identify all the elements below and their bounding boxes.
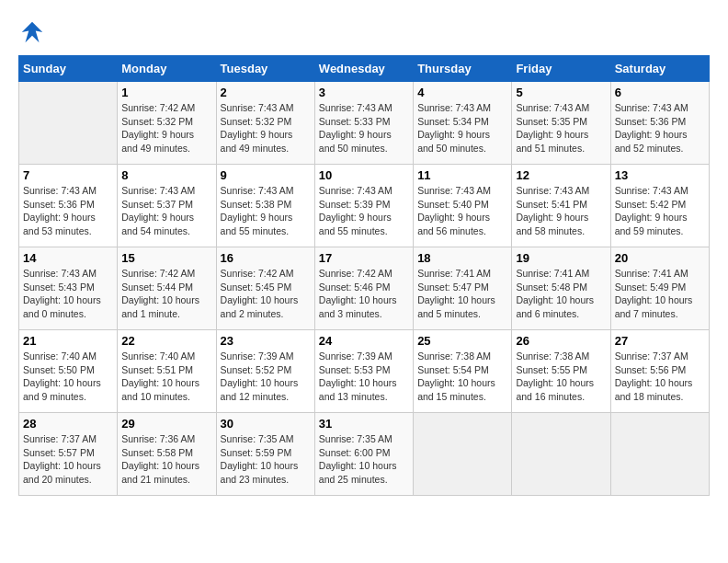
day-info: Sunrise: 7:41 AMSunset: 5:48 PMDaylight:… bbox=[516, 267, 606, 321]
day-info: Sunrise: 7:38 AMSunset: 5:54 PMDaylight:… bbox=[417, 350, 507, 404]
calendar-cell: 8Sunrise: 7:43 AMSunset: 5:37 PMDaylight… bbox=[118, 165, 216, 247]
day-number: 4 bbox=[417, 86, 507, 99]
day-number: 18 bbox=[417, 251, 507, 265]
day-info: Sunrise: 7:41 AMSunset: 5:47 PMDaylight:… bbox=[417, 267, 507, 321]
day-info: Sunrise: 7:43 AMSunset: 5:40 PMDaylight:… bbox=[417, 184, 507, 238]
calendar-cell: 15Sunrise: 7:42 AMSunset: 5:44 PMDayligh… bbox=[118, 247, 216, 330]
day-number: 5 bbox=[516, 86, 606, 99]
calendar-cell: 17Sunrise: 7:42 AMSunset: 5:46 PMDayligh… bbox=[314, 247, 413, 330]
day-number: 21 bbox=[23, 334, 113, 348]
day-info: Sunrise: 7:43 AMSunset: 5:32 PMDaylight:… bbox=[221, 101, 311, 155]
day-number: 6 bbox=[615, 86, 705, 99]
calendar-cell: 25Sunrise: 7:38 AMSunset: 5:54 PMDayligh… bbox=[414, 330, 512, 413]
calendar-cell: 14Sunrise: 7:43 AMSunset: 5:43 PMDayligh… bbox=[19, 247, 118, 330]
day-number: 14 bbox=[23, 251, 113, 265]
day-header-sunday: Sunday bbox=[19, 56, 118, 82]
week-row-1: 1Sunrise: 7:42 AMSunset: 5:32 PMDaylight… bbox=[19, 82, 710, 165]
day-info: Sunrise: 7:43 AMSunset: 5:38 PMDaylight:… bbox=[221, 184, 311, 238]
calendar-cell: 24Sunrise: 7:39 AMSunset: 5:53 PMDayligh… bbox=[314, 330, 413, 413]
header-row: SundayMondayTuesdayWednesdayThursdayFrid… bbox=[19, 56, 710, 82]
day-number: 20 bbox=[615, 251, 705, 265]
day-number: 11 bbox=[417, 168, 507, 182]
day-info: Sunrise: 7:42 AMSunset: 5:46 PMDaylight:… bbox=[319, 267, 409, 321]
day-info: Sunrise: 7:43 AMSunset: 5:35 PMDaylight:… bbox=[516, 101, 606, 155]
day-info: Sunrise: 7:43 AMSunset: 5:37 PMDaylight:… bbox=[121, 184, 211, 238]
day-info: Sunrise: 7:38 AMSunset: 5:55 PMDaylight:… bbox=[516, 350, 606, 404]
day-number: 30 bbox=[221, 417, 311, 431]
svg-marker-0 bbox=[22, 22, 43, 43]
day-number: 2 bbox=[221, 86, 311, 99]
calendar-cell: 1Sunrise: 7:42 AMSunset: 5:32 PMDaylight… bbox=[118, 82, 216, 165]
day-number: 3 bbox=[319, 86, 409, 99]
day-info: Sunrise: 7:39 AMSunset: 5:53 PMDaylight:… bbox=[319, 350, 409, 404]
calendar-cell: 10Sunrise: 7:43 AMSunset: 5:39 PMDayligh… bbox=[314, 165, 413, 247]
day-info: Sunrise: 7:43 AMSunset: 5:33 PMDaylight:… bbox=[319, 101, 409, 155]
day-info: Sunrise: 7:35 AMSunset: 5:59 PMDaylight:… bbox=[221, 432, 311, 487]
day-header-wednesday: Wednesday bbox=[314, 56, 413, 82]
calendar-cell: 20Sunrise: 7:41 AMSunset: 5:49 PMDayligh… bbox=[610, 247, 709, 330]
calendar-cell: 19Sunrise: 7:41 AMSunset: 5:48 PMDayligh… bbox=[512, 247, 610, 330]
calendar-cell: 7Sunrise: 7:43 AMSunset: 5:36 PMDaylight… bbox=[19, 165, 118, 247]
day-info: Sunrise: 7:40 AMSunset: 5:51 PMDaylight:… bbox=[121, 350, 211, 404]
week-row-4: 21Sunrise: 7:40 AMSunset: 5:50 PMDayligh… bbox=[19, 330, 710, 413]
day-info: Sunrise: 7:42 AMSunset: 5:45 PMDaylight:… bbox=[221, 267, 311, 321]
calendar-cell: 11Sunrise: 7:43 AMSunset: 5:40 PMDayligh… bbox=[414, 165, 512, 247]
calendar-cell: 31Sunrise: 7:35 AMSunset: 6:00 PMDayligh… bbox=[314, 413, 413, 496]
day-info: Sunrise: 7:43 AMSunset: 5:39 PMDaylight:… bbox=[319, 184, 409, 238]
calendar-cell: 27Sunrise: 7:37 AMSunset: 5:56 PMDayligh… bbox=[610, 330, 709, 413]
day-number: 31 bbox=[319, 417, 409, 431]
day-info: Sunrise: 7:43 AMSunset: 5:34 PMDaylight:… bbox=[417, 101, 507, 155]
week-row-2: 7Sunrise: 7:43 AMSunset: 5:36 PMDaylight… bbox=[19, 165, 710, 247]
day-info: Sunrise: 7:42 AMSunset: 5:32 PMDaylight:… bbox=[121, 101, 211, 155]
day-number: 8 bbox=[121, 168, 211, 182]
day-info: Sunrise: 7:36 AMSunset: 5:58 PMDaylight:… bbox=[121, 432, 211, 487]
calendar-cell: 21Sunrise: 7:40 AMSunset: 5:50 PMDayligh… bbox=[19, 330, 118, 413]
calendar-cell bbox=[610, 413, 709, 496]
day-info: Sunrise: 7:37 AMSunset: 5:57 PMDaylight:… bbox=[23, 432, 113, 487]
day-number: 9 bbox=[221, 168, 311, 182]
day-header-tuesday: Tuesday bbox=[216, 56, 314, 82]
day-number: 15 bbox=[121, 251, 211, 265]
day-info: Sunrise: 7:41 AMSunset: 5:49 PMDaylight:… bbox=[615, 267, 705, 321]
day-header-friday: Friday bbox=[512, 56, 610, 82]
logo-bird-icon bbox=[18, 18, 46, 46]
calendar-cell: 5Sunrise: 7:43 AMSunset: 5:35 PMDaylight… bbox=[512, 82, 610, 165]
day-header-monday: Monday bbox=[118, 56, 216, 82]
day-number: 27 bbox=[615, 334, 705, 348]
calendar-cell: 26Sunrise: 7:38 AMSunset: 5:55 PMDayligh… bbox=[512, 330, 610, 413]
day-number: 1 bbox=[121, 86, 211, 99]
day-number: 13 bbox=[615, 168, 705, 182]
calendar-cell: 4Sunrise: 7:43 AMSunset: 5:34 PMDaylight… bbox=[414, 82, 512, 165]
day-header-thursday: Thursday bbox=[414, 56, 512, 82]
day-number: 24 bbox=[319, 334, 409, 348]
calendar-cell: 29Sunrise: 7:36 AMSunset: 5:58 PMDayligh… bbox=[118, 413, 216, 496]
day-info: Sunrise: 7:42 AMSunset: 5:44 PMDaylight:… bbox=[121, 267, 211, 321]
calendar-cell: 22Sunrise: 7:40 AMSunset: 5:51 PMDayligh… bbox=[118, 330, 216, 413]
day-info: Sunrise: 7:43 AMSunset: 5:41 PMDaylight:… bbox=[516, 184, 606, 238]
calendar-cell: 2Sunrise: 7:43 AMSunset: 5:32 PMDaylight… bbox=[216, 82, 314, 165]
day-number: 16 bbox=[221, 251, 311, 265]
calendar-cell: 28Sunrise: 7:37 AMSunset: 5:57 PMDayligh… bbox=[19, 413, 118, 496]
day-info: Sunrise: 7:37 AMSunset: 5:56 PMDaylight:… bbox=[615, 350, 705, 404]
day-number: 19 bbox=[516, 251, 606, 265]
day-number: 28 bbox=[23, 417, 113, 431]
calendar-cell bbox=[19, 82, 118, 165]
calendar-table: SundayMondayTuesdayWednesdayThursdayFrid… bbox=[18, 55, 710, 496]
day-number: 7 bbox=[23, 168, 113, 182]
day-info: Sunrise: 7:43 AMSunset: 5:36 PMDaylight:… bbox=[23, 184, 113, 238]
calendar-cell: 12Sunrise: 7:43 AMSunset: 5:41 PMDayligh… bbox=[512, 165, 610, 247]
day-number: 17 bbox=[319, 251, 409, 265]
calendar-cell: 9Sunrise: 7:43 AMSunset: 5:38 PMDaylight… bbox=[216, 165, 314, 247]
calendar-cell: 23Sunrise: 7:39 AMSunset: 5:52 PMDayligh… bbox=[216, 330, 314, 413]
calendar-cell bbox=[512, 413, 610, 496]
day-number: 22 bbox=[121, 334, 211, 348]
calendar-cell: 30Sunrise: 7:35 AMSunset: 5:59 PMDayligh… bbox=[216, 413, 314, 496]
calendar-cell: 6Sunrise: 7:43 AMSunset: 5:36 PMDaylight… bbox=[610, 82, 709, 165]
day-number: 25 bbox=[417, 334, 507, 348]
day-info: Sunrise: 7:40 AMSunset: 5:50 PMDaylight:… bbox=[23, 350, 113, 404]
page-header bbox=[18, 18, 710, 46]
day-info: Sunrise: 7:43 AMSunset: 5:42 PMDaylight:… bbox=[615, 184, 705, 238]
day-info: Sunrise: 7:35 AMSunset: 6:00 PMDaylight:… bbox=[319, 432, 409, 487]
day-info: Sunrise: 7:43 AMSunset: 5:43 PMDaylight:… bbox=[23, 267, 113, 321]
day-number: 10 bbox=[319, 168, 409, 182]
